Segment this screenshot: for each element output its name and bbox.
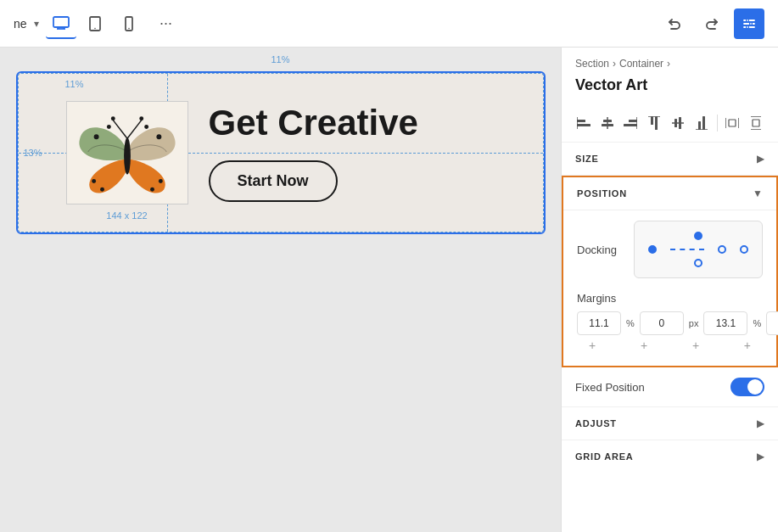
margin-right-unit: px <box>689 318 699 328</box>
more-button[interactable]: ··· <box>151 8 182 39</box>
fixed-position-row: Fixed Position <box>562 367 778 407</box>
grid-area-section-arrow: ▶ <box>757 451 764 462</box>
get-creative-title: Get Creative <box>209 104 519 143</box>
margin-bottom-plus[interactable]: + <box>680 339 711 352</box>
size-section-header[interactable]: SIZE ▶ <box>562 143 778 175</box>
svg-point-15 <box>93 134 98 139</box>
dock-top-center[interactable] <box>694 232 702 240</box>
top-bar-right <box>659 8 764 39</box>
position-section: POSITION ▼ Docking <box>562 176 778 367</box>
margin-right-plus[interactable]: + <box>629 339 659 352</box>
text-content: Get Creative Start Now <box>209 104 519 201</box>
settings-button[interactable] <box>734 8 764 39</box>
redo-button[interactable] <box>697 8 727 39</box>
dock-line-horizontal <box>670 249 704 250</box>
breadcrumb-sep1: › <box>613 58 616 70</box>
margin-top-input[interactable] <box>577 311 621 335</box>
svg-point-16 <box>106 125 110 129</box>
align-center-v-button[interactable] <box>669 111 686 135</box>
svg-rect-44 <box>702 116 705 130</box>
device-icons <box>46 8 144 39</box>
canvas-area: 11% 13% 11% <box>0 48 561 532</box>
svg-point-7 <box>128 27 130 29</box>
chevron-down-icon[interactable]: ▾ <box>34 18 39 30</box>
docking-row-middle <box>648 245 748 254</box>
margin-bottom-input[interactable] <box>703 311 747 335</box>
margin-right-input[interactable] <box>640 311 684 335</box>
margin-top-unit: % <box>626 318 635 328</box>
mobile-device-button[interactable] <box>114 8 144 39</box>
dock-middle-left[interactable] <box>648 245 657 254</box>
align-bottom-button[interactable] <box>693 111 710 135</box>
svg-rect-0 <box>53 17 69 27</box>
svg-rect-43 <box>698 121 701 130</box>
margin-bottom-unit: % <box>753 318 761 328</box>
position-section-title: POSITION <box>577 188 627 199</box>
svg-point-23 <box>124 137 131 174</box>
margins-plus-row: + + + + <box>577 339 763 352</box>
margins-row-1: % px % % <box>577 311 763 335</box>
vector-art-container[interactable]: 144 x 122 <box>66 101 188 204</box>
top-bar-left: ne ▾ <box>14 8 646 39</box>
margin-top-plus[interactable]: + <box>577 339 607 352</box>
svg-point-12 <box>750 22 753 25</box>
svg-rect-49 <box>753 120 759 126</box>
vector-art-size-label: 144 x 122 <box>106 210 147 221</box>
svg-rect-29 <box>577 124 590 126</box>
align-right-button[interactable] <box>623 111 640 135</box>
dock-bottom-center[interactable] <box>694 259 702 267</box>
distribute-v-button[interactable] <box>747 111 764 135</box>
toggle-knob <box>747 379 763 395</box>
margin-left-input[interactable] <box>766 311 778 335</box>
docking-area: Docking <box>577 221 763 278</box>
adjust-section-title: ADJUST <box>575 418 617 428</box>
size-section: SIZE ▶ <box>562 143 778 176</box>
svg-point-19 <box>92 179 96 183</box>
svg-point-26 <box>110 116 115 120</box>
docking-label: Docking <box>577 244 624 256</box>
top-bar: ne ▾ <box>0 0 778 48</box>
main-layout: 11% 13% 11% <box>0 48 778 532</box>
svg-rect-28 <box>577 120 585 122</box>
tablet-device-button[interactable] <box>80 8 110 39</box>
svg-rect-46 <box>729 120 736 126</box>
align-top-button[interactable] <box>646 111 663 135</box>
svg-rect-34 <box>629 120 637 122</box>
site-name: ne <box>14 17 27 31</box>
svg-point-13 <box>747 25 749 28</box>
svg-point-20 <box>100 188 104 192</box>
docking-grid <box>634 221 763 278</box>
dock-middle-right[interactable] <box>740 245 748 254</box>
dock-middle-center[interactable] <box>718 245 726 254</box>
undo-button[interactable] <box>659 8 690 39</box>
size-section-title: SIZE <box>575 154 599 164</box>
align-left-button[interactable] <box>575 111 592 135</box>
right-panel: Section › Container › Vector Art <box>561 48 778 532</box>
panel-title: Vector Art <box>562 73 778 104</box>
start-now-button[interactable]: Start Now <box>209 160 338 202</box>
adjust-section[interactable]: ADJUST ▶ <box>562 407 778 440</box>
section-banner[interactable]: 13% 11% <box>18 73 544 232</box>
margin-label-left: 13% <box>24 148 42 158</box>
distribute-h-button[interactable] <box>724 111 741 135</box>
panel-breadcrumb: Section › Container › <box>562 48 778 73</box>
grid-area-section[interactable]: GRID AREA ▶ <box>562 440 778 473</box>
svg-point-17 <box>156 134 161 139</box>
svg-rect-35 <box>624 124 637 126</box>
margin-label-top: 11% <box>271 54 289 64</box>
align-center-h-button[interactable] <box>599 111 616 135</box>
breadcrumb-container[interactable]: Container <box>619 58 663 70</box>
align-divider <box>717 115 718 132</box>
desktop-device-button[interactable] <box>46 8 76 39</box>
adjust-section-arrow: ▶ <box>757 417 764 429</box>
svg-point-11 <box>747 19 749 21</box>
svg-point-27 <box>139 116 143 120</box>
svg-rect-38 <box>655 116 658 130</box>
fixed-position-label: Fixed Position <box>575 381 645 394</box>
fixed-position-toggle[interactable] <box>730 378 764 396</box>
position-section-header[interactable]: POSITION ▼ <box>563 177 776 210</box>
canvas-wrapper: 11% 13% 11% <box>18 73 544 232</box>
grid-area-section-title: GRID AREA <box>575 451 634 462</box>
breadcrumb-section[interactable]: Section <box>575 58 609 70</box>
margin-left-plus[interactable]: + <box>732 339 763 352</box>
